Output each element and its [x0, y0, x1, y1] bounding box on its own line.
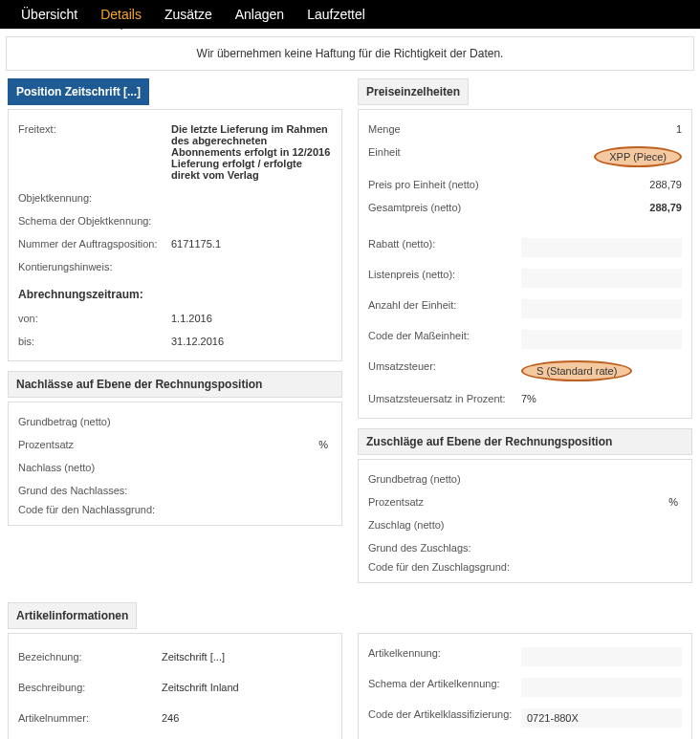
listenpreis-field: [521, 269, 682, 288]
tab-zusaetze[interactable]: Zusätze: [153, 1, 224, 28]
r-artkenn-field: [521, 647, 682, 666]
nachlass-pct: %: [162, 439, 332, 450]
bis-value: 31.12.2016: [171, 336, 332, 347]
rabatt-label: Rabatt (netto):: [368, 238, 521, 250]
nachlass-grund2: Code für den Nachlassgrund:: [18, 498, 332, 517]
beschr-value: Zeitschrift Inland: [162, 682, 239, 693]
artnr-label: Artikelnummer:: [18, 712, 162, 724]
ust-value-highlight: S (Standard rate): [521, 360, 632, 381]
nachlass-grundbetrag-label: Grundbetrag (netto): [18, 416, 162, 427]
r-schema-field: [521, 678, 682, 697]
preis-title: Preiseinzelheiten: [358, 78, 469, 105]
r-code-label: Code der Artikelklassifizierung:: [368, 708, 521, 720]
objektkennung-label: Objektkennung:: [18, 192, 171, 204]
von-value: 1.1.2016: [171, 313, 332, 324]
schema-obj-label: Schema der Objektkennung:: [18, 215, 171, 227]
zuschlag-prozent-label: Prozentsatz: [368, 496, 521, 508]
ustprozent-value: 7%: [521, 393, 682, 404]
nachlass-title: Nachlässe auf Ebene der Rechnungspositio…: [8, 371, 342, 398]
tab-anlagen[interactable]: Anlagen: [224, 1, 295, 28]
freitext-label: Freitext:: [18, 123, 171, 135]
codemass-label: Code der Maßeinheit:: [368, 330, 521, 341]
bis-label: bis:: [18, 336, 171, 347]
zuschlag-grund2: Code für den Zuschlagsgrund:: [368, 555, 682, 575]
artikel-title: Artikelinformationen: [8, 602, 137, 629]
gesamt-label: Gesamtpreis (netto): [368, 202, 521, 213]
nachlass-prozent-label: Prozentsatz: [18, 439, 162, 450]
position-title: Position Zeitschrift [...]: [8, 78, 149, 105]
abrechnung-header: Abrechnungszeitraum:: [18, 288, 332, 301]
zuschlag-grund1: Grund des Zuschlags:: [368, 536, 682, 555]
codemass-field: [521, 330, 682, 349]
disclaimer-text: Wir übernehmen keine Haftung für die Ric…: [6, 36, 694, 71]
beschr-label: Beschreibung:: [18, 682, 162, 693]
anzahl-label: Anzahl der Einheit:: [368, 299, 521, 311]
r-artkenn-label: Artikelkennung:: [368, 647, 521, 659]
bez-label: Bezeichnung:: [18, 651, 162, 663]
gesamt-value: 288,79: [521, 202, 682, 213]
rabatt-field: [521, 238, 682, 257]
bez-value: Zeitschrift [...]: [162, 651, 225, 663]
nummer-label: Nummer der Auftragsposition:: [18, 238, 171, 250]
nachlass-grund1: Grund des Nachlasses:: [18, 479, 332, 498]
zuschlag-title: Zuschläge auf Ebene der Rechnungspositio…: [358, 428, 692, 455]
tab-details[interactable]: Details: [89, 1, 153, 28]
freitext-value: Die letzte Lieferung im Rahmen des abger…: [171, 123, 332, 181]
zuschlag-grundbetrag-label: Grundbetrag (netto): [368, 473, 521, 485]
einheit-label: Einheit: [368, 146, 521, 158]
r-code-value: 0721-880X: [521, 708, 682, 728]
zuschlag-pct: %: [521, 496, 682, 508]
nummer-value: 6171175.1: [171, 238, 332, 250]
tab-laufzettel[interactable]: Laufzettel: [295, 1, 377, 28]
nachlass-nachlass-label: Nachlass (netto): [18, 462, 162, 473]
anzahl-field: [521, 299, 682, 318]
zuschlag-zuschlag-label: Zuschlag (netto): [368, 519, 521, 531]
kontierung-label: Kontierungshinweis:: [18, 261, 171, 272]
menge-label: Menge: [368, 123, 521, 135]
listenpreis-label: Listenpreis (netto):: [368, 269, 521, 280]
ustprozent-label: Umsatzsteuersatz in Prozent:: [368, 393, 521, 404]
von-label: von:: [18, 313, 171, 324]
r-schema-label: Schema der Artikelkennung:: [368, 678, 521, 689]
ust-label: Umsatzsteuer:: [368, 360, 521, 372]
ppe-value: 288,79: [521, 179, 682, 190]
tab-uebersicht[interactable]: Übersicht: [10, 1, 89, 28]
menge-value: 1: [521, 123, 682, 135]
einheit-value-highlight: XPP (Piece): [594, 146, 682, 167]
top-nav: Übersicht Details Zusätze Anlagen Laufze…: [0, 0, 700, 29]
ppe-label: Preis pro Einheit (netto): [368, 179, 521, 190]
artnr-value: 246: [162, 712, 179, 724]
